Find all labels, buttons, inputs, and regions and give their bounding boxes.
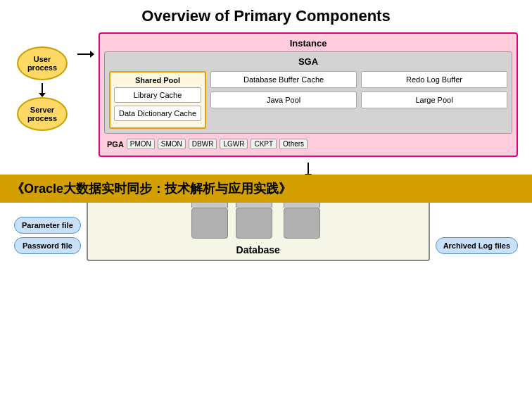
user-process: User process	[17, 46, 68, 80]
java-pool: Java Pool	[210, 91, 357, 108]
sga-right-bottom: Java Pool Large Pool	[210, 91, 507, 108]
pga-row: PGA PMON SMON DBWR LGWR CKPT Others	[104, 137, 512, 151]
sga-label: SGA	[109, 56, 507, 67]
main-container: Overview of Primary Components User proc…	[0, 0, 532, 404]
arrow-right-icon	[77, 53, 91, 55]
processes-row: PMON SMON DBWR LGWR CKPT Others	[127, 139, 308, 149]
database-buffer-cache: Database Buffer Cache	[210, 71, 357, 88]
instance-label: Instance	[104, 38, 512, 49]
cylinder-body-1	[191, 208, 228, 239]
processes-column: User process Server process	[14, 46, 70, 131]
top-section: User process Server process Instance SGA	[14, 32, 518, 157]
shared-pool-label: Shared Pool	[114, 76, 201, 84]
library-cache-box: Library Cache	[114, 87, 201, 103]
diagram-area: User process Server process Instance SGA	[14, 32, 518, 261]
redo-log-buffer: Redo Log Buffer	[361, 71, 507, 88]
vertical-arrow-icon	[308, 163, 309, 175]
shared-pool-box: Shared Pool Library Cache Data Dictionar…	[109, 71, 206, 129]
parameter-file: Parameter file	[14, 217, 81, 234]
arrow-down-icon	[42, 83, 43, 94]
arrow-right-container	[77, 53, 91, 55]
instance-box: Instance SGA Shared Pool Library Cache D…	[99, 32, 518, 157]
archived-log-files: Archived Log files	[436, 237, 518, 254]
data-dictionary-cache-box: Data Dictionary Cache	[114, 106, 201, 121]
cylinder-body-3	[284, 208, 320, 239]
process-others: Others	[279, 139, 308, 149]
banner: 《Oracle大数据实时同步：技术解析与应用实践》	[0, 175, 532, 203]
database-label: Database	[236, 244, 280, 255]
pga-label: PGA	[107, 140, 124, 149]
sga-right: Database Buffer Cache Redo Log Buffer Ja…	[210, 71, 507, 108]
server-process: Server process	[17, 97, 68, 131]
large-pool: Large Pool	[361, 91, 507, 108]
right-files: Archived Log files	[436, 237, 518, 254]
sga-content: Shared Pool Library Cache Data Dictionar…	[109, 71, 507, 129]
process-dbwr: DBWR	[189, 139, 217, 149]
cylinder-body-2	[236, 208, 272, 239]
process-lgwr: LGWR	[220, 139, 248, 149]
sga-box: SGA Shared Pool Library Cache Data Dicti…	[104, 51, 512, 134]
process-pmon: PMON	[127, 139, 155, 149]
process-ckpt: CKPT	[251, 139, 277, 149]
sga-right-top: Database Buffer Cache Redo Log Buffer	[210, 71, 507, 88]
page-title: Overview of Primary Components	[14, 7, 518, 25]
password-file: Password file	[14, 237, 81, 254]
left-files: Parameter file Password file	[14, 217, 81, 254]
process-smon: SMON	[158, 139, 186, 149]
